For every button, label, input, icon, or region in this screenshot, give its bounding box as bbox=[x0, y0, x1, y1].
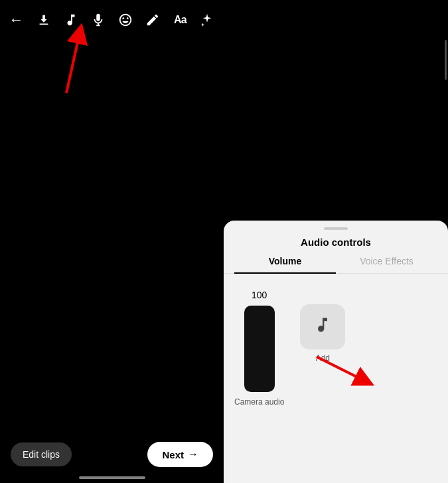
sheet-handle bbox=[324, 227, 348, 230]
microphone-icon[interactable] bbox=[90, 9, 106, 31]
tabs-row: Volume Voice Effects bbox=[224, 256, 448, 274]
music-icon[interactable] bbox=[62, 9, 79, 31]
tab-volume[interactable]: Volume bbox=[234, 256, 336, 273]
text-icon[interactable]: Aa bbox=[172, 9, 188, 31]
sparkle-icon[interactable] bbox=[199, 9, 216, 31]
scribble-icon[interactable] bbox=[145, 9, 161, 31]
scrollbar[interactable] bbox=[445, 40, 447, 80]
next-button[interactable]: Next → bbox=[147, 442, 213, 467]
next-label: Next bbox=[162, 449, 184, 460]
svg-line-1 bbox=[66, 33, 80, 93]
bottom-bar: Edit clips Next → bbox=[0, 442, 224, 467]
add-music-label: Add bbox=[316, 353, 330, 363]
volume-number: 100 bbox=[252, 290, 267, 300]
camera-audio-block: 100 Camera audio bbox=[234, 290, 284, 407]
top-toolbar: ← Aa bbox=[0, 0, 224, 40]
home-indicator bbox=[79, 476, 145, 479]
emoji-icon[interactable] bbox=[117, 9, 134, 31]
edit-clips-button[interactable]: Edit clips bbox=[11, 442, 72, 466]
audio-controls-sheet: Audio controls Volume Voice Effects 100 … bbox=[224, 221, 448, 483]
left-panel: ← Aa bbox=[0, 0, 224, 483]
download-icon[interactable] bbox=[35, 9, 52, 31]
add-music-block: Add bbox=[300, 304, 345, 363]
next-arrow-icon: → bbox=[188, 448, 198, 460]
add-music-button[interactable] bbox=[300, 304, 345, 349]
audio-content: 100 Camera audio Add bbox=[224, 279, 448, 417]
camera-audio-label: Camera audio bbox=[234, 397, 284, 407]
right-video-area bbox=[224, 0, 448, 226]
right-panel: Audio controls Volume Voice Effects 100 … bbox=[224, 0, 448, 483]
tab-voice-effects[interactable]: Voice Effects bbox=[336, 256, 437, 273]
sheet-title: Audio controls bbox=[224, 237, 448, 248]
volume-bar[interactable] bbox=[244, 306, 275, 392]
music-note-icon bbox=[313, 316, 332, 339]
back-button[interactable]: ← bbox=[8, 9, 25, 31]
